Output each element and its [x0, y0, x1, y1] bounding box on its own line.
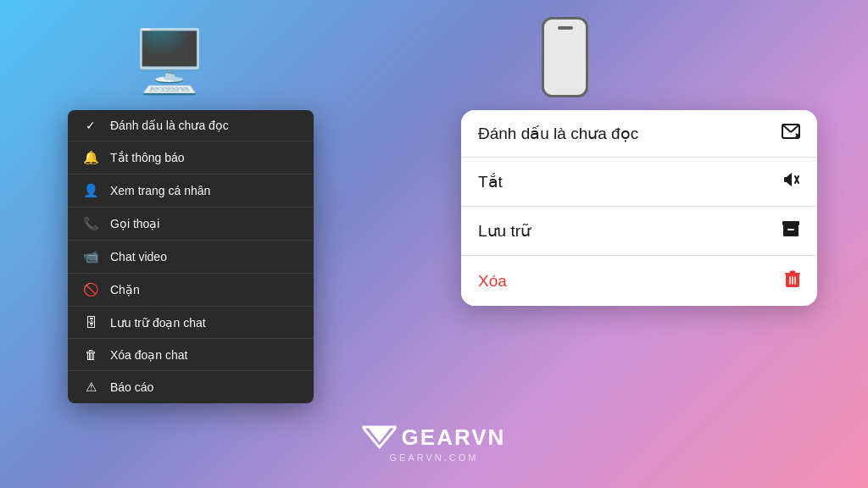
- desktop-menu-item-mute[interactable]: 🔔 Tắt thông báo: [68, 141, 314, 175]
- ios-menu-label-archive: Lưu trữ: [478, 221, 531, 241]
- block-icon: 🚫: [81, 282, 100, 297]
- svg-line-1: [782, 125, 791, 132]
- ios-archive-icon: [782, 220, 800, 241]
- desktop-menu-label-delete: Xóa đoạn chat: [110, 348, 188, 362]
- warning-icon: ⚠: [81, 380, 100, 395]
- desktop-menu-item-archive[interactable]: 🗄 Lưu trữ đoạn chat: [68, 307, 314, 339]
- desktop-menu-item-block[interactable]: 🚫 Chặn: [68, 274, 314, 307]
- ios-menu-item-delete[interactable]: Xóa: [461, 256, 817, 306]
- logo-icon: GEARVN: [363, 424, 506, 451]
- svg-rect-7: [782, 221, 799, 225]
- person-icon: 👤: [81, 183, 100, 198]
- ios-menu-item-mark-unread[interactable]: Đánh dấu là chưa đọc: [461, 110, 817, 158]
- svg-marker-17: [368, 427, 392, 442]
- phone-icon: [542, 17, 588, 97]
- phone-call-icon: 📞: [81, 216, 100, 231]
- archive-icon: 🗄: [81, 315, 100, 330]
- desktop-menu-item-profile[interactable]: 👤 Xem trang cá nhân: [68, 175, 314, 208]
- desktop-menu-label-report: Báo cáo: [110, 380, 153, 394]
- desktop-menu-label-profile: Xem trang cá nhân: [110, 184, 210, 197]
- ios-context-menu: Đánh dấu là chưa đọc Tắt Lưu trữ: [461, 110, 817, 306]
- logo-sub-text: GEARVN.COM: [363, 452, 506, 463]
- svg-rect-8: [783, 225, 798, 236]
- ios-menu-item-archive[interactable]: Lưu trữ: [461, 207, 817, 256]
- ios-menu-item-mute[interactable]: Tắt: [461, 158, 817, 207]
- desktop-menu-label-video-chat: Chat video: [110, 250, 167, 263]
- computer-icon: 🖥️: [131, 25, 208, 97]
- svg-line-2: [791, 125, 799, 132]
- ios-menu-label-mute: Tắt: [478, 172, 503, 191]
- desktop-menu-label-call: Gọi thoại: [110, 217, 159, 230]
- desktop-menu-label-mark-unread: Đánh dấu là chưa đọc: [110, 119, 229, 132]
- desktop-menu-item-mark-unread[interactable]: ✓ Đánh dấu là chưa đọc: [68, 110, 314, 141]
- gearvn-logo: GEARVN GEARVN.COM: [363, 424, 506, 463]
- ios-menu-label-delete: Xóa: [478, 272, 507, 291]
- ios-delete-icon: [785, 269, 800, 292]
- desktop-menu-item-delete[interactable]: 🗑 Xóa đoạn chat: [68, 339, 314, 371]
- desktop-menu-label-archive: Lưu trữ đoạn chat: [110, 316, 206, 330]
- svg-rect-12: [785, 273, 800, 274]
- video-icon: 📹: [81, 249, 100, 264]
- trash-icon: 🗑: [81, 347, 100, 362]
- desktop-menu-item-call[interactable]: 📞 Gọi thoại: [68, 208, 314, 241]
- desktop-menu-item-video-chat[interactable]: 📹 Chat video: [68, 241, 314, 274]
- desktop-menu-item-report[interactable]: ⚠ Báo cáo: [68, 371, 314, 403]
- logo-main-text: GEARVN: [402, 424, 506, 451]
- ios-unread-icon: [782, 124, 800, 143]
- desktop-context-menu: ✓ Đánh dấu là chưa đọc 🔔 Tắt thông báo 👤…: [68, 110, 314, 403]
- bell-icon: 🔔: [81, 150, 100, 165]
- desktop-menu-label-mute: Tắt thông báo: [110, 151, 185, 164]
- ios-mute-icon: [783, 171, 800, 192]
- desktop-menu-label-block: Chặn: [110, 283, 140, 297]
- ios-menu-label-mark-unread: Đánh dấu là chưa đọc: [478, 124, 638, 143]
- svg-rect-9: [787, 229, 794, 230]
- check-icon: ✓: [81, 119, 100, 132]
